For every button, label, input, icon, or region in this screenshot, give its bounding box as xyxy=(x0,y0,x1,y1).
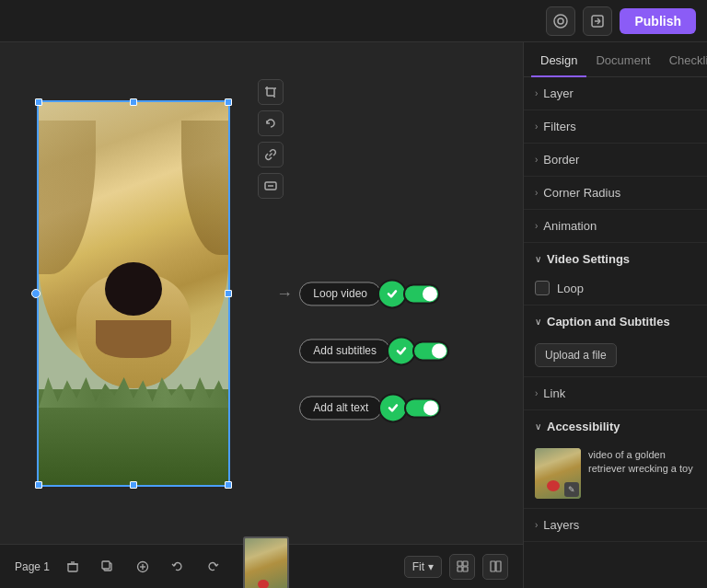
svg-point-0 xyxy=(554,15,567,28)
section-link-header[interactable]: › Link xyxy=(524,377,707,409)
delete-page-button[interactable] xyxy=(61,555,85,579)
section-accessibility-title: Accessibility xyxy=(547,420,620,433)
section-border-header[interactable]: › Border xyxy=(524,144,707,176)
section-corner-radius-header[interactable]: › Corner Radius xyxy=(524,177,707,209)
panel-tabs: Design Document Checklist xyxy=(524,42,707,77)
link-tool-button[interactable] xyxy=(258,142,284,167)
svg-rect-26 xyxy=(496,561,501,571)
section-layers-header[interactable]: › Layers xyxy=(524,509,707,541)
section-link: › Link xyxy=(524,377,707,410)
add-subtitles-toggle[interactable] xyxy=(412,340,449,361)
svg-rect-24 xyxy=(463,567,468,571)
tab-document[interactable]: Document xyxy=(586,42,659,76)
section-border: › Border xyxy=(524,144,707,177)
svg-rect-25 xyxy=(491,561,495,571)
page-label: Page 1 xyxy=(15,560,50,573)
handle-bottom-right[interactable] xyxy=(225,481,232,489)
section-layer-header[interactable]: › Layer xyxy=(524,77,707,110)
section-caption-header[interactable]: ∨ Caption and Subtitles xyxy=(524,306,707,338)
preview-button[interactable] xyxy=(546,6,575,36)
redo-button[interactable] xyxy=(201,555,225,579)
section-animation-header[interactable]: › Animation xyxy=(524,210,707,242)
share-button[interactable] xyxy=(583,6,612,36)
section-filters-title: Filters xyxy=(543,120,575,133)
page-canvas[interactable] xyxy=(37,100,230,487)
handle-mid-left[interactable] xyxy=(31,289,41,298)
thumbnail-flower xyxy=(258,580,269,588)
toolbar: Publish xyxy=(0,0,707,42)
section-filters: › Filters xyxy=(524,110,707,144)
accessibility-content: ✎ video of a golden retriever wrecking a… xyxy=(524,443,707,508)
section-corner-radius-title: Corner Radius xyxy=(543,186,620,200)
handle-mid-right[interactable] xyxy=(225,290,232,297)
svg-rect-21 xyxy=(458,561,462,566)
canvas-workspace: → Loop video Add subtitles xyxy=(0,42,523,544)
fit-label: Fit xyxy=(412,560,424,573)
svg-rect-23 xyxy=(458,567,462,571)
section-layer: › Layer xyxy=(524,77,707,110)
undo-button[interactable] xyxy=(166,555,190,579)
section-layers: › Layers xyxy=(524,509,707,542)
duplicate-page-button[interactable] xyxy=(96,555,120,579)
page-thumbnail[interactable] xyxy=(243,536,289,588)
section-caption-title: Caption and Subtitles xyxy=(547,315,670,329)
rotate-tool-button[interactable] xyxy=(258,110,284,136)
svg-rect-6 xyxy=(267,88,274,96)
loop-video-toggle[interactable] xyxy=(403,283,440,304)
canvas-inner xyxy=(39,102,228,485)
handle-bottom-mid[interactable] xyxy=(130,481,137,489)
handle-top-right[interactable] xyxy=(225,98,232,106)
svg-rect-22 xyxy=(463,561,468,566)
add-alt-text-toggle[interactable] xyxy=(404,398,441,418)
section-corner-radius: › Corner Radius xyxy=(524,177,707,210)
add-page-button[interactable] xyxy=(131,555,155,579)
add-subtitles-label: Add subtitles xyxy=(299,339,390,363)
chevron-caption: ∨ xyxy=(535,317,541,327)
add-subtitles-badge[interactable]: Add subtitles xyxy=(299,336,449,365)
section-filters-header[interactable]: › Filters xyxy=(524,110,707,143)
section-video-settings: ∨ Video Settings Loop xyxy=(524,243,707,306)
handle-top-mid[interactable] xyxy=(130,98,137,106)
arrow-indicator: → xyxy=(276,283,293,303)
upload-file-button[interactable]: Upload a file xyxy=(535,343,617,367)
add-subtitles-check xyxy=(387,336,416,365)
chevron-layer: › xyxy=(535,88,538,98)
grid-view-button[interactable] xyxy=(449,554,475,580)
caption-content: Upload a file xyxy=(524,338,707,376)
section-animation: › Animation xyxy=(524,210,707,243)
section-link-title: Link xyxy=(543,386,565,400)
bottom-right-controls: Fit ▾ xyxy=(404,554,508,580)
section-animation-title: Animation xyxy=(543,219,597,233)
fit-dropdown[interactable]: Fit ▾ xyxy=(404,556,442,578)
tab-design[interactable]: Design xyxy=(531,42,586,76)
tab-checklist[interactable]: Checklist xyxy=(660,42,707,76)
caption-tool-button[interactable] xyxy=(258,173,284,199)
add-alt-text-badge[interactable]: Add alt text xyxy=(299,393,449,422)
list-view-button[interactable] xyxy=(482,554,508,580)
loop-video-badge[interactable]: Loop video xyxy=(299,279,449,308)
loop-video-check xyxy=(377,279,407,308)
chevron-corner-radius: › xyxy=(535,188,538,198)
chevron-filters: › xyxy=(535,121,538,132)
main-area: → Loop video Add subtitles xyxy=(0,42,707,588)
chevron-accessibility: ∨ xyxy=(535,421,541,432)
loop-checkbox-row: Loop xyxy=(535,281,696,295)
section-accessibility-header[interactable]: ∨ Accessibility xyxy=(524,410,707,443)
fit-chevron: ▾ xyxy=(428,560,434,573)
chevron-video-settings: ∨ xyxy=(535,254,541,264)
canvas-bottom-bar: Page 1 xyxy=(0,544,523,588)
video-settings-content: Loop xyxy=(524,275,707,305)
section-layer-title: Layer xyxy=(543,86,574,100)
publish-button[interactable]: Publish xyxy=(620,8,696,34)
alt-text-content: video of a golden retriever wrecking a t… xyxy=(588,448,696,477)
loop-checkbox[interactable] xyxy=(535,281,550,295)
crop-tool-button[interactable] xyxy=(258,79,284,105)
section-video-settings-title: Video Settings xyxy=(547,252,630,266)
canvas-area: → Loop video Add subtitles xyxy=(0,42,523,588)
svg-point-1 xyxy=(558,18,563,24)
edit-alt-text-icon[interactable]: ✎ xyxy=(564,482,579,497)
handle-bottom-left[interactable] xyxy=(35,481,42,489)
handle-top-left[interactable] xyxy=(35,98,42,106)
section-video-settings-header[interactable]: ∨ Video Settings xyxy=(524,243,707,275)
svg-rect-13 xyxy=(68,564,77,571)
